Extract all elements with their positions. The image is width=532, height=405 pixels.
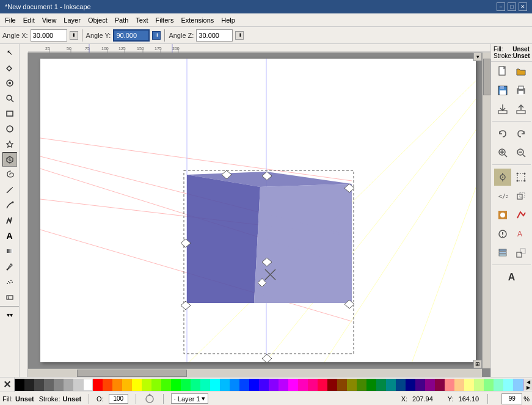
menu-path[interactable]: Path	[111, 15, 133, 25]
fill-dialog-btn[interactable]	[494, 206, 511, 224]
angle-z-input[interactable]	[196, 29, 233, 42]
color-blue[interactable]	[249, 379, 259, 391]
color-lightlime[interactable]	[474, 379, 484, 391]
clones-btn[interactable]	[512, 244, 530, 261]
new-document-btn[interactable]	[494, 63, 511, 80]
color-lightgreen[interactable]	[484, 379, 494, 391]
snap-nodes-btn[interactable]	[494, 169, 511, 186]
dropper-tool[interactable]	[2, 259, 17, 274]
pencil-tool[interactable]	[2, 183, 17, 197]
color-lightred[interactable]	[445, 379, 454, 391]
angle-z-pause[interactable]: ⏸	[235, 31, 244, 40]
color-olive[interactable]	[347, 379, 357, 391]
star-tool[interactable]	[2, 137, 17, 151]
zoom-tool[interactable]	[2, 91, 17, 106]
color-red[interactable]	[93, 379, 103, 391]
minimize-button[interactable]: −	[497, 2, 505, 11]
zoom-fit-button[interactable]: ⊞	[473, 360, 482, 368]
view-options-button[interactable]: ▾	[473, 53, 482, 61]
maximize-button[interactable]: □	[508, 2, 516, 11]
spray-tool[interactable]	[2, 274, 17, 289]
color-darkblue2[interactable]	[406, 379, 415, 391]
opacity-input[interactable]	[109, 394, 128, 404]
scrollbar-vertical[interactable]	[482, 53, 490, 368]
color-blue1[interactable]	[259, 379, 269, 391]
color-peach[interactable]	[454, 379, 464, 391]
print-btn[interactable]	[512, 82, 530, 99]
angle-y-pause[interactable]: ⏸	[152, 31, 161, 40]
redo-btn[interactable]	[512, 125, 530, 142]
open-file-btn[interactable]	[512, 63, 530, 80]
tweak-tool[interactable]	[2, 76, 17, 90]
color-lime2[interactable]	[151, 379, 161, 391]
color-darkpink[interactable]	[435, 379, 445, 391]
color-white[interactable]	[83, 379, 93, 391]
color-teal1[interactable]	[191, 379, 200, 391]
color-gray2[interactable]	[54, 379, 64, 391]
stroke-dialog-btn[interactable]	[512, 206, 530, 224]
text-tool-right-btn[interactable]: A	[503, 269, 520, 286]
color-brown[interactable]	[337, 379, 347, 391]
text-tool[interactable]: A	[2, 228, 17, 243]
color-darkgreen[interactable]	[366, 379, 376, 391]
canvas[interactable]	[28, 53, 482, 368]
menu-view[interactable]: View	[38, 15, 60, 25]
color-gray3[interactable]	[64, 379, 73, 391]
scroll-thumb-horizontal[interactable]	[77, 370, 187, 377]
color-lightcyan[interactable]	[503, 379, 513, 391]
color-lightmint[interactable]	[494, 379, 503, 391]
color-sky3[interactable]	[239, 379, 249, 391]
angle-x-pause[interactable]: ⏸	[70, 31, 78, 40]
palette-right-btn[interactable]: ▶	[524, 385, 532, 390]
menu-object[interactable]: Object	[84, 15, 111, 25]
color-dark2[interactable]	[34, 379, 44, 391]
color-green1[interactable]	[181, 379, 191, 391]
color-magenta[interactable]	[288, 379, 298, 391]
angle-x-input[interactable]	[31, 29, 67, 42]
color-sky2[interactable]	[230, 379, 239, 391]
color-pink2[interactable]	[308, 379, 318, 391]
color-pink3[interactable]	[318, 379, 327, 391]
color-lime3[interactable]	[161, 379, 171, 391]
gradient-tool[interactable]	[2, 244, 17, 258]
color-dark1[interactable]	[24, 379, 34, 391]
save-file-btn[interactable]	[494, 82, 511, 99]
color-darkpurple2[interactable]	[425, 379, 435, 391]
rect-tool[interactable]	[2, 106, 17, 121]
menu-filters[interactable]: Filters	[152, 15, 178, 25]
transform-btn[interactable]	[512, 188, 530, 205]
symbols-btn[interactable]: A	[512, 225, 530, 243]
eraser-tool[interactable]	[2, 290, 17, 304]
overflow-tools-btn[interactable]: ▾▾	[2, 307, 17, 322]
layers-btn[interactable]	[494, 244, 511, 261]
object-properties-btn[interactable]	[494, 225, 511, 243]
color-sky1[interactable]	[220, 379, 230, 391]
import-btn[interactable]	[494, 101, 511, 118]
color-darkred[interactable]	[327, 379, 337, 391]
zoom-input[interactable]	[501, 393, 522, 404]
color-yellow[interactable]	[132, 379, 142, 391]
xml-editor-btn[interactable]: </>	[494, 188, 511, 205]
canvas-area[interactable]: 25 50 75 100 125 150 175 200	[20, 44, 490, 377]
layer-selector[interactable]: · Layer 1 ▾	[171, 393, 208, 404]
3d-box-tool[interactable]	[2, 152, 17, 167]
menu-edit[interactable]: Edit	[20, 15, 38, 25]
circle-tool[interactable]	[2, 122, 17, 136]
zoom-in-btn[interactable]	[494, 144, 511, 161]
calligraphy-tool[interactable]	[2, 213, 17, 228]
zoom-out-btn[interactable]	[512, 144, 530, 161]
color-purple2[interactable]	[279, 379, 288, 391]
color-darkpurple1[interactable]	[415, 379, 425, 391]
color-gray1[interactable]	[44, 379, 54, 391]
palette-left-btn[interactable]: ◀	[524, 379, 532, 385]
color-darklime[interactable]	[357, 379, 366, 391]
menu-help[interactable]: Help	[217, 15, 239, 25]
color-darkblue1[interactable]	[396, 379, 406, 391]
color-pink1[interactable]	[298, 379, 308, 391]
pen-tool[interactable]	[2, 198, 17, 213]
color-orange2[interactable]	[112, 379, 122, 391]
color-gray4[interactable]	[73, 379, 83, 391]
close-button[interactable]: ✕	[519, 2, 527, 11]
color-darkteal1[interactable]	[376, 379, 386, 391]
menu-text[interactable]: Text	[132, 15, 151, 25]
